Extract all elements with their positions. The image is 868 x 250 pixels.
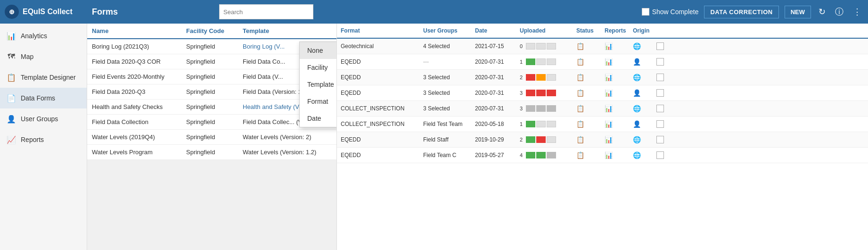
sidebar: 📊 Analytics 🗺 Map 📋 Template Designer 📄 … xyxy=(0,24,87,250)
record-row[interactable]: EQEDD 3 Selected 2020-07-31 3 📋 📊 👤 xyxy=(337,85,868,101)
app-container: ⊕ EQuIS Collect Forms Show Complete DATA… xyxy=(0,0,868,250)
main-area: 📊 Analytics 🗺 Map 📋 Template Designer 📄 … xyxy=(0,24,868,250)
dropdown-item-none[interactable]: None xyxy=(300,42,337,59)
sidebar-item-user-groups[interactable]: 👤 User Groups xyxy=(0,108,87,129)
top-header: ⊕ EQuIS Collect Forms Show Complete DATA… xyxy=(0,0,868,24)
data-correction-button[interactable]: DATA CORRECTION xyxy=(704,6,778,18)
dropdown-item-date[interactable]: Date xyxy=(300,110,337,127)
dropdown-menu: None Facility Template Format Date xyxy=(299,42,337,127)
dropdown-item-format[interactable]: Format xyxy=(300,93,337,110)
sidebar-label-reports: Reports xyxy=(21,136,44,143)
sidebar-item-data-forms[interactable]: 📄 Data Forms xyxy=(0,88,87,108)
col-header-facility: Facility Code xyxy=(186,27,243,34)
record-row[interactable]: EQEDD Field Team C 2019-05-27 4 📋 📊 🌐 xyxy=(337,148,868,163)
rec-col-groups: User Groups xyxy=(423,27,475,34)
record-row[interactable]: EQEDD 3 Selected 2020-07-31 2 📋 📊 🌐 xyxy=(337,70,868,85)
sidebar-item-map[interactable]: 🗺 Map xyxy=(0,46,87,67)
data-forms-icon: 📄 xyxy=(7,93,16,103)
rec-col-reports: Reports xyxy=(605,27,633,34)
sidebar-item-template-designer[interactable]: 📋 Template Designer xyxy=(0,67,87,88)
rec-col-format: Format xyxy=(341,27,423,34)
refresh-button[interactable]: ↻ xyxy=(817,5,827,19)
col-header-name: Name xyxy=(92,27,186,34)
table-row[interactable]: Water Levels Program Springfield Water L… xyxy=(87,145,336,160)
sidebar-label-template-designer: Template Designer xyxy=(21,74,76,81)
new-button[interactable]: NEW xyxy=(785,6,811,18)
rec-col-origin: Origin xyxy=(633,27,656,34)
table-row[interactable]: Water Levels (2019Q4) Springfield Water … xyxy=(87,130,336,145)
user-groups-icon: 👤 xyxy=(7,114,16,124)
sidebar-label-analytics: Analytics xyxy=(21,32,47,40)
records-header: Format User Groups Date Uploaded Status … xyxy=(337,24,868,39)
record-row[interactable]: Geotechnical 4 Selected 2021-07-15 0 📋 📊 xyxy=(337,39,868,54)
analytics-icon: 📊 xyxy=(7,31,16,41)
records-area: Format User Groups Date Uploaded Status … xyxy=(337,24,868,250)
dropdown-item-facility[interactable]: Facility xyxy=(300,59,337,76)
rec-col-uploaded: Uploaded xyxy=(520,27,576,34)
sidebar-item-analytics[interactable]: 📊 Analytics xyxy=(0,25,87,46)
reports-icon: 📈 xyxy=(7,135,16,144)
app-logo: ⊕ EQuIS Collect xyxy=(5,5,92,19)
header-right: Show Complete DATA CORRECTION NEW ↻ ⓘ ⋮ xyxy=(642,4,863,19)
forms-table-header: Name Facility Code Template xyxy=(87,24,336,39)
rec-col-date: Date xyxy=(475,27,520,34)
map-icon: 🗺 xyxy=(7,52,16,61)
app-title: EQuIS Collect xyxy=(23,8,73,16)
logo-icon: ⊕ xyxy=(5,5,19,19)
show-complete-area: Show Complete xyxy=(642,8,699,16)
template-designer-icon: 📋 xyxy=(7,73,16,82)
sidebar-label-map: Map xyxy=(21,53,33,60)
search-area xyxy=(219,4,313,19)
record-row[interactable]: COLLECT_INSPECTION 3 Selected 2020-07-31… xyxy=(337,101,868,117)
records-body: Geotechnical 4 Selected 2021-07-15 0 📋 📊 xyxy=(337,39,868,250)
dropdown-item-template[interactable]: Template xyxy=(300,76,337,93)
forms-area: Name Facility Code Template Boring Log (… xyxy=(87,24,337,250)
sidebar-label-user-groups: User Groups xyxy=(21,115,58,123)
forms-header-label: Forms xyxy=(92,7,219,17)
record-row[interactable]: EQEDD Field Staff 2019-10-29 2 📋 📊 🌐 xyxy=(337,132,868,148)
sidebar-label-data-forms: Data Forms xyxy=(21,94,55,102)
search-input[interactable] xyxy=(219,4,313,19)
show-complete-checkbox[interactable] xyxy=(642,8,649,16)
more-options-button[interactable]: ⋮ xyxy=(851,5,863,19)
rec-col-status: Status xyxy=(576,27,605,34)
sidebar-item-reports[interactable]: 📈 Reports xyxy=(0,129,87,150)
record-row[interactable]: EQEDD --- 2020-07-31 1 📋 📊 👤 xyxy=(337,54,868,70)
info-button[interactable]: ⓘ xyxy=(833,4,845,19)
col-header-template: Template xyxy=(243,27,328,34)
show-complete-label: Show Complete xyxy=(652,8,699,16)
record-row[interactable]: COLLECT_INSPECTION Field Test Team 2020-… xyxy=(337,117,868,132)
